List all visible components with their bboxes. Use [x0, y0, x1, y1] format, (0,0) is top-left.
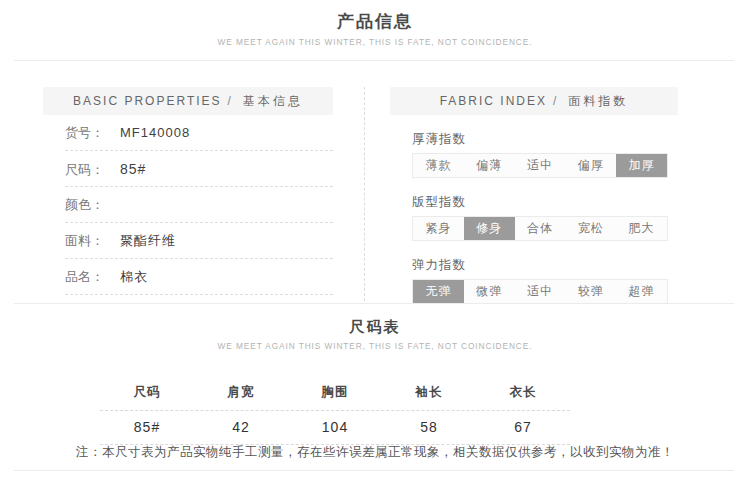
- row-value: 聚酯纤维: [120, 233, 176, 248]
- option-chip-selected[interactable]: 修身: [464, 217, 515, 240]
- option-chip[interactable]: 宽松: [565, 217, 616, 240]
- fabric-header-slash: /: [553, 94, 558, 108]
- measurement-note: 注：本尺寸表为产品实物纯手工测量，存在些许误差属正常现象，相关数据仅供参考，以收…: [0, 444, 750, 461]
- col-shoulder: 肩宽: [194, 376, 288, 410]
- elasticity-index-options: 无弹 微弹 适中 较弹 超弹: [412, 279, 668, 304]
- cell-shoulder: 42: [194, 411, 288, 444]
- basic-rows: 货号：MF140008 尺码：85# 颜色： 面料：聚酯纤维 品名：棉衣: [43, 115, 333, 295]
- size-chart-header: 尺码表 WE MEET AGAIN THIS WINTER, THIS IS F…: [0, 318, 750, 352]
- option-chip[interactable]: 较弹: [565, 280, 616, 303]
- size-table: 尺码 肩宽 胸围 袖长 衣长 85# 42 104 58 67: [100, 376, 570, 445]
- option-chip-selected[interactable]: 加厚: [616, 154, 667, 177]
- fit-index-label: 版型指数: [412, 194, 678, 211]
- option-chip[interactable]: 薄款: [413, 154, 464, 177]
- option-chip[interactable]: 适中: [515, 280, 566, 303]
- fabric-header-cn: 面料指数: [568, 94, 628, 108]
- page-subtitle: WE MEET AGAIN THIS WINTER, THIS IS FATE,…: [30, 38, 720, 47]
- fabric-index-panel: FABRIC INDEX/面料指数 厚薄指数 薄款 偏薄 适中 偏厚 加厚 版型…: [390, 87, 678, 304]
- row-value: 棉衣: [120, 269, 148, 284]
- row-label: 尺码：: [65, 162, 104, 177]
- row-label: 面料：: [65, 233, 104, 248]
- option-chip[interactable]: 紧身: [413, 217, 464, 240]
- col-size: 尺码: [100, 376, 194, 410]
- size-chart-subtitle: WE MEET AGAIN THIS WINTER, THIS IS FATE,…: [30, 342, 720, 351]
- page-header: 产品信息 WE MEET AGAIN THIS WINTER, THIS IS …: [0, 10, 750, 48]
- size-chart-title: 尺码表: [0, 318, 750, 337]
- fit-index-options: 紧身 修身 合体 宽松 肥大: [412, 216, 668, 241]
- divider-top: [14, 60, 734, 61]
- row-label: 品名：: [65, 269, 104, 284]
- fabric-index-header: FABRIC INDEX/面料指数: [390, 87, 678, 115]
- option-chip[interactable]: 偏厚: [565, 154, 616, 177]
- option-chip[interactable]: 偏薄: [464, 154, 515, 177]
- basic-properties-header: BASIC PROPERTIES/基本信息: [43, 87, 333, 115]
- divider-bottom: [14, 470, 734, 471]
- divider-vertical: [364, 87, 365, 301]
- option-chip[interactable]: 肥大: [616, 217, 667, 240]
- col-bust: 胸围: [288, 376, 382, 410]
- basic-properties-panel: BASIC PROPERTIES/基本信息 货号：MF140008 尺码：85#…: [43, 87, 333, 295]
- page-title: 产品信息: [0, 10, 750, 33]
- basic-header-slash: /: [228, 94, 233, 108]
- cell-bust: 104: [288, 411, 382, 444]
- product-info-page: 产品信息 WE MEET AGAIN THIS WINTER, THIS IS …: [0, 0, 750, 480]
- cell-length: 67: [476, 411, 570, 444]
- row-value: 85#: [120, 161, 146, 177]
- row-color: 颜色：: [65, 187, 333, 223]
- size-table-data-row: 85# 42 104 58 67: [100, 411, 570, 444]
- option-chip[interactable]: 适中: [515, 154, 566, 177]
- row-material: 面料：聚酯纤维: [65, 223, 333, 259]
- row-size: 尺码：85#: [65, 151, 333, 187]
- divider-middle: [14, 303, 734, 304]
- option-chip[interactable]: 微弹: [464, 280, 515, 303]
- thickness-index-label: 厚薄指数: [412, 131, 678, 148]
- fit-index-group: 版型指数 紧身 修身 合体 宽松 肥大: [412, 194, 678, 241]
- row-product-name: 品名：棉衣: [65, 259, 333, 295]
- option-chip[interactable]: 超弹: [616, 280, 667, 303]
- elasticity-index-label: 弹力指数: [412, 257, 678, 274]
- fabric-header-en: FABRIC INDEX: [440, 94, 547, 108]
- elasticity-index-group: 弹力指数 无弹 微弹 适中 较弹 超弹: [412, 257, 678, 304]
- option-chip-selected[interactable]: 无弹: [413, 280, 464, 303]
- basic-header-en: BASIC PROPERTIES: [73, 94, 221, 108]
- thickness-index-group: 厚薄指数 薄款 偏薄 适中 偏厚 加厚: [412, 131, 678, 178]
- cell-sleeve: 58: [382, 411, 476, 444]
- row-label: 货号：: [65, 125, 104, 140]
- thickness-index-options: 薄款 偏薄 适中 偏厚 加厚: [412, 153, 668, 178]
- row-item-number: 货号：MF140008: [65, 115, 333, 151]
- col-sleeve: 袖长: [382, 376, 476, 410]
- option-chip[interactable]: 合体: [515, 217, 566, 240]
- size-table-header-row: 尺码 肩宽 胸围 袖长 衣长: [100, 376, 570, 410]
- basic-header-cn: 基本信息: [243, 94, 303, 108]
- col-length: 衣长: [476, 376, 570, 410]
- row-value: MF140008: [120, 125, 190, 140]
- cell-size: 85#: [100, 411, 194, 444]
- row-label: 颜色：: [65, 197, 104, 212]
